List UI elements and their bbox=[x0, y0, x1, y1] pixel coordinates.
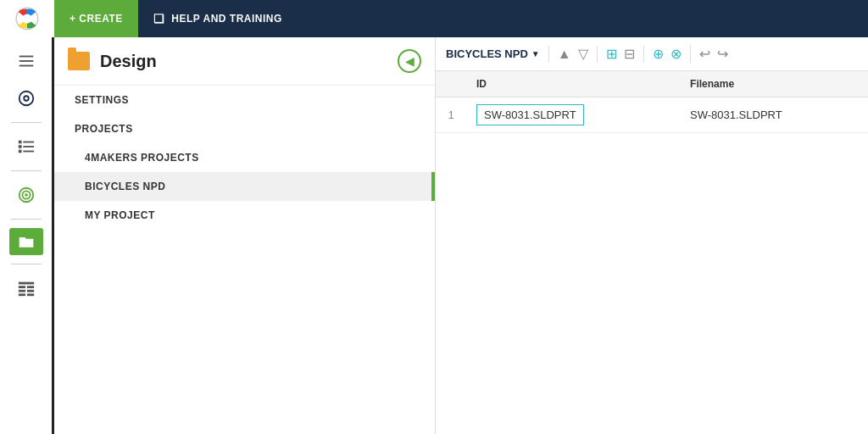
svg-rect-10 bbox=[23, 146, 34, 147]
sidebar-item-list[interactable] bbox=[8, 131, 45, 162]
svg-rect-19 bbox=[18, 290, 25, 292]
nav-header: Design ◀ bbox=[54, 37, 435, 86]
sidebar-divider-1 bbox=[11, 122, 42, 123]
table-cell-filename: SW-8031.SLDPRT bbox=[680, 97, 868, 133]
svg-rect-7 bbox=[18, 141, 21, 144]
nav-subitem-bicycles[interactable]: BICYCLES NPD bbox=[54, 172, 435, 201]
svg-rect-9 bbox=[18, 145, 21, 148]
toolbar-separator-3 bbox=[643, 46, 644, 63]
svg-rect-16 bbox=[18, 282, 33, 285]
toolbar-redo-icon[interactable]: ↪ bbox=[717, 46, 728, 62]
svg-rect-4 bbox=[19, 65, 33, 67]
svg-rect-17 bbox=[18, 286, 25, 288]
table-cell-rownum: 1 bbox=[436, 97, 466, 133]
nav-subitem-4makers[interactable]: 4MAKERS PROJECTS bbox=[54, 143, 435, 172]
help-icon: ❑ bbox=[153, 12, 165, 25]
svg-rect-3 bbox=[19, 60, 33, 62]
toolbar-expand-icon[interactable]: ⊕ bbox=[653, 46, 664, 62]
svg-rect-20 bbox=[26, 290, 33, 292]
sidebar-item-menu[interactable] bbox=[8, 46, 45, 76]
toolbar-remove-row-icon[interactable]: ⊟ bbox=[624, 46, 635, 62]
help-label: HELP AND TRAINING bbox=[171, 13, 282, 25]
content-table: ID Filename 1 SW-8031.SLDPRT SW-8031.SLD… bbox=[436, 71, 868, 434]
sidebar-item-circle[interactable] bbox=[8, 83, 45, 114]
content-area: BICYCLES NPD ▼ ▲ ▽ ⊞ ⊟ ⊕ ⊗ ↩ ↪ ID bbox=[436, 37, 868, 434]
project-name-label: BICYCLES NPD bbox=[446, 47, 528, 60]
svg-point-5 bbox=[19, 92, 33, 106]
table-header-id[interactable]: ID bbox=[466, 71, 680, 97]
create-button[interactable]: + CREATE bbox=[54, 0, 138, 37]
content-toolbar: BICYCLES NPD ▼ ▲ ▽ ⊞ ⊟ ⊕ ⊗ ↩ ↪ bbox=[436, 37, 868, 71]
sidebar-item-table[interactable] bbox=[8, 273, 45, 303]
nav-sidebar: Design ◀ SETTINGS PROJECTS 4MAKERS PROJE… bbox=[54, 37, 436, 434]
svg-rect-22 bbox=[26, 293, 33, 296]
sidebar-divider-4 bbox=[11, 264, 42, 264]
svg-rect-18 bbox=[26, 286, 33, 288]
sidebar-item-target[interactable] bbox=[8, 180, 45, 210]
toolbar-separator-1 bbox=[548, 46, 549, 63]
back-chevron-icon: ◀ bbox=[405, 54, 415, 68]
toolbar-collapse-icon[interactable]: ⊗ bbox=[670, 46, 682, 62]
sidebar-divider-2 bbox=[11, 170, 42, 171]
table-cell-id-value: SW-8031.SLDPRT bbox=[476, 104, 584, 125]
table-header-rownum bbox=[436, 71, 466, 97]
table-header-filename[interactable]: Filename bbox=[680, 71, 868, 97]
nav-subitem-myproject[interactable]: MY PROJECT bbox=[54, 201, 435, 230]
toolbar-separator-2 bbox=[597, 46, 598, 63]
svg-rect-21 bbox=[18, 293, 25, 296]
toolbar-add-row-icon[interactable]: ⊞ bbox=[606, 46, 617, 62]
svg-rect-12 bbox=[23, 151, 34, 153]
project-selector-button[interactable]: BICYCLES NPD ▼ bbox=[446, 47, 540, 60]
sidebar-item-folder[interactable] bbox=[9, 228, 43, 255]
table-header-row: ID Filename bbox=[436, 71, 868, 97]
sidebar-divider-3 bbox=[11, 219, 42, 220]
svg-rect-11 bbox=[18, 150, 21, 153]
main-layout: Design ◀ SETTINGS PROJECTS 4MAKERS PROJE… bbox=[0, 37, 868, 434]
svg-rect-8 bbox=[23, 142, 34, 143]
nav-item-settings[interactable]: SETTINGS bbox=[54, 86, 435, 114]
toolbar-separator-4 bbox=[690, 46, 691, 63]
toolbar-filter-icon[interactable]: ▽ bbox=[578, 46, 588, 62]
data-table: ID Filename 1 SW-8031.SLDPRT SW-8031.SLD… bbox=[436, 71, 868, 133]
nav-item-projects[interactable]: PROJECTS bbox=[54, 114, 435, 143]
app-logo bbox=[14, 5, 41, 32]
dropdown-arrow-icon: ▼ bbox=[531, 49, 540, 58]
svg-point-15 bbox=[25, 194, 27, 196]
svg-point-1 bbox=[22, 14, 31, 23]
nav-back-button[interactable]: ◀ bbox=[398, 49, 421, 73]
icon-sidebar bbox=[0, 37, 54, 434]
table-row: 1 SW-8031.SLDPRT SW-8031.SLDPRT bbox=[436, 97, 868, 133]
table-cell-id[interactable]: SW-8031.SLDPRT bbox=[466, 97, 680, 133]
help-training-button[interactable]: ❑ HELP AND TRAINING bbox=[138, 0, 298, 37]
svg-point-6 bbox=[24, 96, 29, 101]
nav-folder-icon bbox=[68, 52, 90, 70]
svg-rect-2 bbox=[19, 56, 33, 58]
nav-title: Design bbox=[100, 52, 157, 71]
toolbar-upload-icon[interactable]: ▲ bbox=[558, 47, 571, 62]
toolbar-undo-icon[interactable]: ↩ bbox=[699, 46, 710, 62]
logo-area bbox=[0, 0, 54, 37]
top-bar: + CREATE ❑ HELP AND TRAINING bbox=[0, 0, 868, 37]
